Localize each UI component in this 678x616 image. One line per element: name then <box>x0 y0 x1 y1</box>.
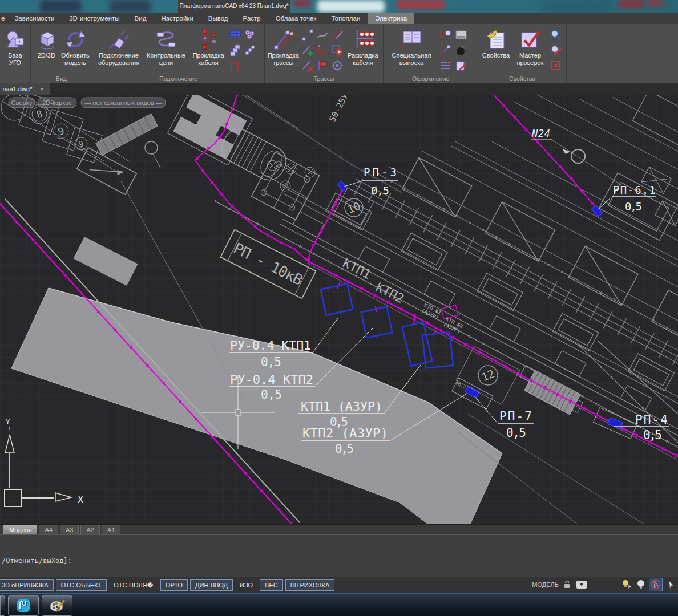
drawing-canvas[interactable]: РП - 10кВ КТП1 КТП2 КТП №1 (АЗУР) КТП №2… <box>0 95 678 524</box>
route-delete-icon[interactable] <box>300 58 315 73</box>
taskbar-button-partial[interactable] <box>0 595 5 616</box>
cable-layout-button[interactable]: Раскладка кабеля <box>345 26 381 66</box>
route-laying-button[interactable]: Прокладка трассы <box>267 26 300 66</box>
menu-item-3d-tools[interactable]: 3D-инструменты <box>62 13 127 24</box>
document-tab[interactable]: лан1.dwg* × <box>0 83 50 95</box>
tray-icon[interactable] <box>576 580 587 589</box>
taskbar-button-nanocad[interactable] <box>8 595 39 616</box>
route-flag-icon[interactable] <box>315 58 330 73</box>
bulb-icon[interactable] <box>637 579 645 590</box>
svg-text:0,5: 0,5 <box>335 442 354 456</box>
beads-chain-icon[interactable] <box>243 42 257 58</box>
route-curve-icon[interactable] <box>315 27 330 42</box>
route-play-icon[interactable] <box>330 42 345 58</box>
toggle-hatch[interactable]: ШТРИХОВКА <box>285 579 335 591</box>
menu-item-electrical[interactable]: Электрика <box>368 13 414 24</box>
check-master-button[interactable]: Мастер проверок <box>512 26 548 66</box>
model-space-label[interactable]: МОДЕЛЬ <box>532 581 559 588</box>
menu-item-view[interactable]: Вид <box>127 13 154 24</box>
status-right: МОДЕЛЬ <box>532 577 676 593</box>
ribbon-panel-connection: Подключение оборудования Контрольные цеп… <box>92 24 265 83</box>
toggle-iso[interactable]: ИЗО <box>235 580 257 590</box>
toggle-otrack-object[interactable]: ОТС-ОБЪЕКТ <box>56 579 107 591</box>
highlight-cursor-icon[interactable] <box>622 579 633 590</box>
layout-tab-a4[interactable]: A4 <box>39 525 58 535</box>
route-corner-icon[interactable] <box>315 42 330 58</box>
edit-note-icon[interactable] <box>454 58 469 73</box>
route-node-icon[interactable] <box>300 27 315 42</box>
toggle-otrack-polar[interactable]: ОТС-ПОЛЯ� <box>109 580 158 590</box>
menu-item-point-clouds[interactable]: Облака точек <box>268 13 324 24</box>
blocks-stack-icon[interactable] <box>228 42 243 58</box>
properties-button[interactable]: Свойства <box>480 26 512 59</box>
document-tab-label: лан1.dwg* <box>2 86 32 92</box>
control-circuits-button[interactable]: Контрольные цепи <box>143 26 189 66</box>
bomb-icon[interactable] <box>454 42 469 58</box>
marker-icon[interactable] <box>548 58 563 73</box>
wallpaper-blob <box>293 0 311 7</box>
pin-icon[interactable] <box>438 42 453 58</box>
equipment-connection-button[interactable]: Подключение оборудования <box>94 26 143 66</box>
linked-views-label[interactable]: — нет связанных видов — <box>84 99 162 106</box>
layout-tab-a2[interactable]: A2 <box>80 525 99 535</box>
hand-document-icon <box>485 27 507 52</box>
ucs-x-label: X <box>78 494 84 505</box>
document-tab-bar: лан1.dwg* × <box>0 83 678 95</box>
menu-item-settings[interactable]: Настройки <box>154 13 200 24</box>
svg-text:N24: N24 <box>531 128 550 139</box>
special-leader-button[interactable]: Специальная выноска <box>385 26 438 66</box>
menu-item-raster[interactable]: Растр <box>236 13 268 24</box>
frame-icon[interactable] <box>454 27 469 42</box>
toggle-dyn-input[interactable]: ДИН-ВВОД <box>190 579 233 591</box>
menu-item-output[interactable]: Вывод <box>201 13 236 24</box>
2d3d-button[interactable]: 2D/3D <box>33 26 60 59</box>
lock-icon[interactable] <box>563 580 572 589</box>
layout-tab-a3[interactable]: A3 <box>60 525 79 535</box>
ribbon-group-label: Свойства <box>478 75 566 82</box>
route-target-icon[interactable] <box>330 58 345 73</box>
menu-item-cut[interactable]: е <box>0 13 7 24</box>
update-model-button[interactable]: Обновить модель <box>60 26 90 66</box>
menu-item-dependencies[interactable]: Зависимости <box>7 13 62 24</box>
leader-table-icon <box>399 27 424 52</box>
cable-journal-icon[interactable] <box>228 27 243 42</box>
layout-tab-model[interactable]: Модель <box>3 525 37 535</box>
svg-text:РУ-0.4 КТП1: РУ-0.4 КТП1 <box>230 338 311 352</box>
title-strip: Платформа nanoCAD x64 23 План1.dwg* <box>0 0 678 13</box>
search-edit-icon[interactable] <box>548 42 563 58</box>
no-select-cursor-button[interactable] <box>649 578 663 591</box>
visual-style-label[interactable]: 2D-каркас <box>42 99 72 106</box>
layout-tab-a1[interactable]: A1 <box>102 525 120 535</box>
ugo-base-button[interactable]: База УГО <box>2 26 29 66</box>
position-mark-icon[interactable]: № <box>438 27 453 42</box>
tab-close-icon[interactable]: × <box>38 86 46 92</box>
cable-laying-button[interactable]: Прокладка кабеля <box>189 26 228 66</box>
wallpaper-blob <box>110 0 151 13</box>
ugo-base-label: База УГО <box>2 52 29 66</box>
svg-text:0,5: 0,5 <box>643 428 662 442</box>
layout-tab-bar: Модель A4 A3 A2 A1 <box>0 524 678 535</box>
wire-bundle-icon[interactable] <box>243 27 257 42</box>
control-circuits-label: Контрольные цепи <box>143 52 189 66</box>
search-icon[interactable] <box>548 27 563 42</box>
select-cursor-icon[interactable] <box>667 579 676 590</box>
command-prompt[interactable]: /Отменить/выХод]: <box>2 557 72 565</box>
route-add-icon[interactable] <box>300 42 315 58</box>
route-cross-icon[interactable] <box>330 27 345 42</box>
toggle-ortho[interactable]: ОРТО <box>160 579 188 591</box>
wallpaper-blob <box>542 0 611 13</box>
view-label[interactable]: Сверху <box>11 99 33 106</box>
red-pi-icon[interactable] <box>228 58 243 73</box>
ribbon-panel-decoration: Специальная выноска № Оформление <box>384 24 478 83</box>
taskbar-button-paint[interactable] <box>42 595 72 616</box>
align-arrows-icon[interactable] <box>438 58 453 73</box>
toggle-osnap[interactable]: 3D оПРИВЯЗКА <box>0 579 54 591</box>
command-line[interactable]: /Отменить/выХод]: <box>0 534 678 577</box>
wallpaper-blob <box>618 0 644 7</box>
wallpaper-blob <box>396 0 445 9</box>
viewport-controls: Сверху 2D-каркас — нет связанных видов — <box>9 98 166 108</box>
wallpaper-blob <box>647 0 664 6</box>
plug-icon <box>107 27 130 52</box>
toggle-lineweight[interactable]: ВЕС <box>260 579 283 591</box>
menu-item-topoplan[interactable]: Топоплан <box>324 13 368 24</box>
